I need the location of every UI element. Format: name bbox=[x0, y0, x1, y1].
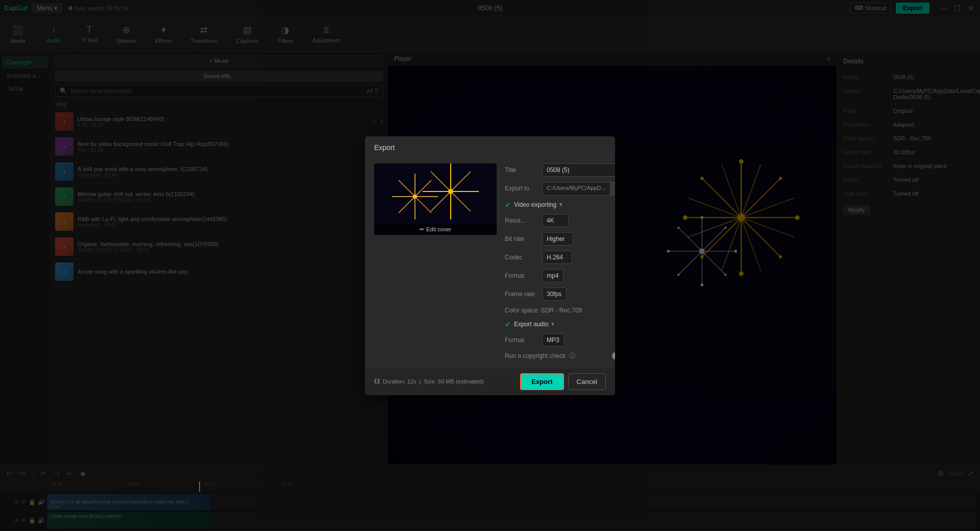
copyright-check-row: Run a copyright check ⓘ bbox=[505, 352, 615, 360]
title-row: Title bbox=[505, 163, 615, 177]
color-space-row: Color space: SDR - Rec.709 bbox=[505, 306, 615, 315]
video-export-checkbox[interactable]: ✓ bbox=[505, 201, 511, 209]
footer-size: Size: 50 MB (estimated) bbox=[424, 378, 483, 384]
cancel-button[interactable]: Cancel bbox=[568, 373, 606, 390]
format-dropdown-wrap: mp4movavi bbox=[542, 269, 615, 282]
resolution-label: Resol... bbox=[505, 217, 538, 224]
codec-row: Codec H.264H.265ProRes bbox=[505, 251, 615, 264]
audio-export-section: ✓ Export audio ▾ bbox=[505, 320, 615, 328]
title-input[interactable] bbox=[542, 163, 615, 177]
audio-export-checkbox[interactable]: ✓ bbox=[505, 320, 511, 328]
video-info-icon[interactable]: ▾ bbox=[559, 201, 562, 208]
edit-icon: ✏ bbox=[420, 226, 424, 233]
copyright-info-icon[interactable]: ⓘ bbox=[569, 352, 575, 359]
codec-dropdown[interactable]: H.264H.265ProRes bbox=[542, 251, 572, 264]
export-path: C:/Users/MyPC/AppD... bbox=[542, 182, 610, 196]
export-to-label: Export to bbox=[505, 185, 538, 192]
framerate-row: Frame rate 30fps60fps24fps25fps bbox=[505, 287, 615, 301]
video-export-label: Video exporting bbox=[514, 201, 556, 208]
copyright-toggle[interactable] bbox=[611, 352, 615, 360]
audio-format-row: Format MP3AACWAV bbox=[505, 333, 615, 347]
format-row: Format mp4movavi bbox=[505, 269, 615, 282]
dialog-footer: 🎞 Duration: 12s | Size: 50 MB (estimated… bbox=[365, 368, 615, 395]
audio-export-label: Export audio bbox=[514, 321, 548, 328]
export-dialog: Export bbox=[365, 136, 615, 395]
format-dropdown[interactable]: mp4movavi bbox=[542, 269, 564, 282]
film-icon: 🎞 bbox=[374, 378, 380, 384]
export-path-field: C:/Users/MyPC/AppD... 📁 bbox=[542, 182, 615, 196]
resolution-dropdown[interactable]: 4K1080p720p480p bbox=[542, 214, 569, 227]
footer-actions: Export Cancel bbox=[520, 373, 606, 390]
edit-cover-label: Edit cover bbox=[426, 226, 451, 232]
dialog-header: Export bbox=[365, 136, 615, 156]
copyright-check-label: Run a copyright check ⓘ bbox=[505, 352, 607, 360]
color-space-label: Color space: SDR - Rec.709 bbox=[505, 307, 582, 314]
bitrate-dropdown[interactable]: HigherHighMediumLow bbox=[542, 232, 573, 246]
resolution-dropdown-wrap: 4K1080p720p480p bbox=[542, 214, 615, 227]
dialog-body: ✏ Edit cover Title Export to C:/Users/My… bbox=[365, 156, 615, 368]
framerate-label: Frame rate bbox=[505, 291, 538, 298]
codec-dropdown-wrap: H.264H.265ProRes bbox=[542, 251, 615, 264]
browse-folder-button[interactable]: 📁 bbox=[610, 182, 615, 196]
toggle-dot bbox=[612, 353, 615, 359]
footer-duration: Duration: 12s bbox=[383, 378, 416, 384]
bitrate-dropdown-wrap: HigherHighMediumLow bbox=[542, 232, 615, 246]
framerate-dropdown[interactable]: 30fps60fps24fps25fps bbox=[542, 287, 567, 301]
export-button[interactable]: Export bbox=[520, 373, 564, 390]
modal-overlay: Export bbox=[0, 0, 980, 531]
framerate-dropdown-wrap: 30fps60fps24fps25fps bbox=[542, 287, 615, 301]
edit-cover-overlay[interactable]: ✏ Edit cover bbox=[374, 224, 497, 235]
audio-format-dropdown[interactable]: MP3AACWAV bbox=[542, 333, 565, 347]
footer-info: 🎞 Duration: 12s | Size: 50 MB (estimated… bbox=[374, 378, 484, 384]
bitrate-label: Bit rate bbox=[505, 235, 538, 243]
export-form: Title Export to C:/Users/MyPC/AppD... 📁 … bbox=[505, 163, 615, 360]
title-label: Title bbox=[505, 166, 538, 174]
format-label: Format bbox=[505, 272, 538, 279]
audio-format-label: Format bbox=[505, 336, 538, 344]
video-export-section: ✓ Video exporting ▾ bbox=[505, 201, 615, 209]
codec-label: Codec bbox=[505, 254, 538, 261]
export-to-row: Export to C:/Users/MyPC/AppD... 📁 bbox=[505, 182, 615, 196]
cover-preview[interactable]: ✏ Edit cover bbox=[374, 163, 497, 235]
audio-info-icon[interactable]: ▾ bbox=[551, 321, 554, 327]
resolution-row: Resol... 4K1080p720p480p bbox=[505, 214, 615, 227]
bitrate-row: Bit rate HigherHighMediumLow bbox=[505, 232, 615, 246]
audio-format-dropdown-wrap: MP3AACWAV bbox=[542, 333, 615, 347]
